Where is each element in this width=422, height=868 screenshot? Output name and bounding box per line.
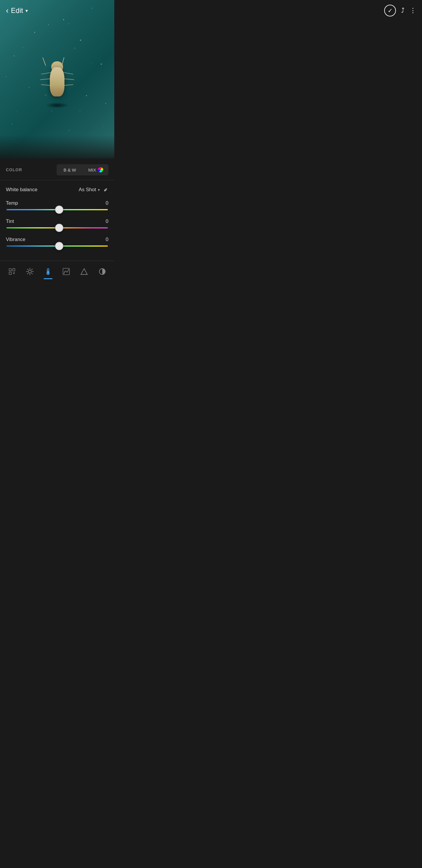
tint-slider-row: Tint 0	[6, 218, 108, 228]
svg-line-9	[32, 273, 33, 274]
vibrance-slider-row: Vibrance 0	[6, 237, 108, 247]
svg-rect-1	[12, 269, 15, 271]
top-bar-left: ‹ Edit ▾	[6, 6, 28, 15]
temp-label: Temp	[6, 200, 18, 206]
white-balance-selector[interactable]: As Shot ▾	[78, 187, 100, 193]
temp-slider-row: Temp 0	[6, 200, 108, 210]
tint-slider-header: Tint 0	[6, 218, 108, 224]
svg-point-3	[28, 270, 31, 273]
svg-line-11	[28, 273, 28, 274]
white-balance-chevron-icon: ▾	[98, 188, 100, 192]
color-section-label: COLOR	[6, 167, 57, 172]
svg-rect-0	[9, 269, 11, 271]
svg-rect-2	[9, 272, 11, 275]
vibrance-slider-track[interactable]	[6, 245, 108, 247]
toolbar-item-color-temp[interactable]	[41, 266, 55, 277]
active-indicator	[44, 278, 53, 279]
temp-slider-header: Temp 0	[6, 200, 108, 206]
edit-label: Edit	[11, 6, 23, 15]
vignette-icon	[80, 268, 88, 276]
tint-slider-track[interactable]	[6, 227, 108, 228]
color-tabs: COLOR B & W MIX	[0, 158, 114, 180]
bug-subject	[39, 55, 75, 108]
control-panel: COLOR B & W MIX White balance As Shot ▾ …	[0, 158, 114, 261]
tint-value: 0	[106, 218, 108, 224]
bottom-toolbar	[0, 261, 114, 286]
svg-rect-15	[48, 270, 48, 273]
eyedropper-icon[interactable]: ✒	[102, 186, 110, 194]
toolbar-item-tone-curve[interactable]	[59, 266, 73, 277]
sliders-section: White balance As Shot ▾ ✒ Temp 0 Tint	[0, 180, 114, 261]
toolbar-item-light[interactable]	[23, 266, 37, 277]
photo-fade	[0, 135, 114, 158]
temp-value: 0	[106, 200, 108, 206]
photo-preview	[0, 0, 114, 158]
svg-line-10	[32, 269, 33, 270]
toolbar-item-split-tone[interactable]	[95, 266, 109, 277]
svg-line-8	[28, 269, 28, 270]
edit-chevron-icon[interactable]: ▾	[26, 8, 28, 13]
tint-label: Tint	[6, 218, 14, 224]
tint-slider-thumb[interactable]	[55, 224, 63, 232]
light-icon	[26, 268, 34, 276]
temp-slider-track[interactable]	[6, 209, 108, 210]
toolbar-item-vignette[interactable]	[77, 266, 91, 277]
white-balance-label: White balance	[6, 187, 37, 193]
vibrance-slider-thumb[interactable]	[55, 242, 63, 250]
auto-enhance-icon	[8, 268, 16, 276]
vibrance-slider-header: Vibrance 0	[6, 237, 108, 243]
white-balance-value: As Shot	[78, 187, 96, 193]
wb-right: As Shot ▾ ✒	[78, 186, 108, 193]
split-tone-icon	[98, 268, 106, 276]
white-balance-row: White balance As Shot ▾ ✒	[6, 186, 108, 193]
tab-bw[interactable]: B & W	[57, 164, 83, 175]
svg-marker-17	[81, 269, 87, 275]
tab-mix[interactable]: MIX	[83, 164, 108, 175]
toolbar-item-auto-enhance[interactable]	[5, 266, 19, 277]
color-temp-icon	[44, 268, 52, 276]
mix-color-wheel-icon	[98, 167, 103, 173]
temp-slider-thumb[interactable]	[55, 206, 63, 214]
top-bar: ‹ Edit ▾ ✓ ⤴ ⋮	[0, 0, 114, 21]
tone-curve-icon	[62, 268, 70, 276]
mix-label: MIX	[88, 167, 96, 173]
vibrance-value: 0	[106, 237, 108, 243]
vibrance-label: Vibrance	[6, 237, 26, 243]
back-button[interactable]: ‹	[6, 6, 8, 15]
